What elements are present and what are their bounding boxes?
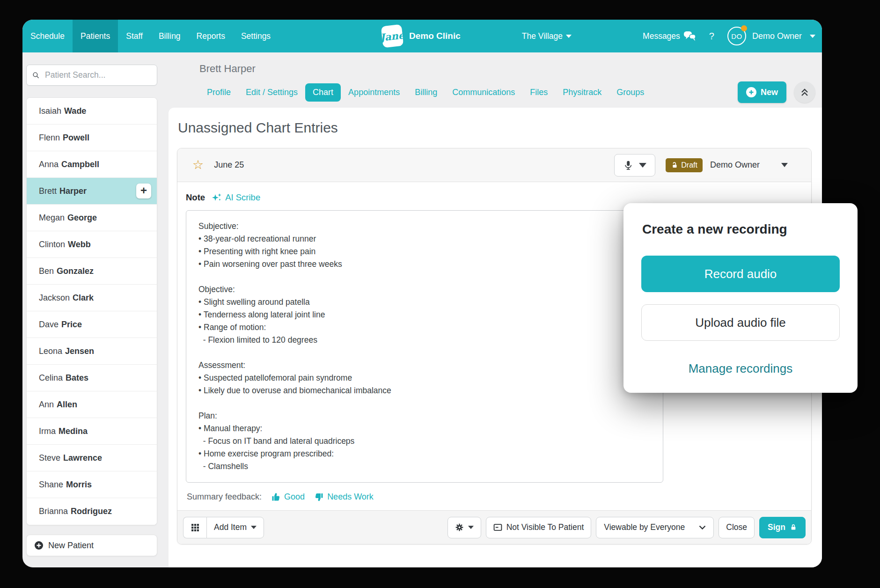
note-line: • Range of motion: [198, 321, 651, 334]
settings-gear-button[interactable] [447, 517, 481, 538]
sign-button[interactable]: Sign [759, 517, 806, 538]
patient-list-item[interactable]: Brett Harper + [27, 178, 157, 205]
patient-last-name: Campbell [61, 160, 99, 169]
patient-last-name: Webb [68, 240, 91, 250]
user-avatar[interactable]: DO [727, 27, 746, 45]
panel-title: Unassigned Chart Entries [178, 120, 812, 136]
jane-logo: Jane [381, 24, 404, 48]
feedback-good-button[interactable]: Good [271, 492, 305, 502]
note-line: Subjective: [198, 220, 651, 233]
patient-list: Isaiah Wade + Flenn Powell + [26, 97, 157, 525]
patient-list-item[interactable]: Ann Allen + [27, 391, 157, 418]
viewable-by-select[interactable]: Viewable by Everyone [596, 517, 714, 538]
patient-first-name: Brianna [39, 507, 68, 516]
gear-icon [455, 523, 464, 532]
entry-header-right: Draft Demo Owner [614, 154, 788, 176]
patient-first-name: Brett [39, 186, 57, 196]
patient-list-item[interactable]: Ben Gonzalez + [27, 258, 157, 285]
patient-tab[interactable]: Physitrack [555, 83, 609, 102]
ai-scribe-button[interactable]: AI Scribe [212, 192, 260, 203]
main-nav-tab[interactable]: Schedule [22, 20, 73, 52]
upload-audio-file-button[interactable]: Upload audio file [641, 304, 840, 341]
collapse-header-button[interactable] [794, 81, 815, 103]
record-audio-button[interactable]: Record audio [641, 256, 840, 292]
patient-last-name: Jensen [65, 346, 94, 356]
add-item-button[interactable]: Add Item [206, 517, 264, 538]
patient-tab[interactable]: Files [522, 83, 555, 102]
patient-list-item[interactable]: Flenn Powell + [27, 125, 157, 151]
chevron-down-icon [810, 35, 815, 38]
patient-list-item[interactable]: Steve Lawrence + [27, 445, 157, 471]
navbar-right: The Village Messages ? DO Demo O [522, 20, 822, 52]
top-navbar: Schedule Patients Staff Billing Reports … [22, 20, 822, 52]
record-dropdown-button[interactable] [614, 154, 655, 176]
patient-tab[interactable]: Groups [609, 83, 652, 102]
patient-tab[interactable]: Communications [445, 83, 522, 102]
patient-first-name: Flenn [39, 133, 60, 143]
main-nav-tab[interactable]: Staff [118, 20, 151, 52]
patient-first-name: Ben [39, 266, 54, 276]
patient-list-item[interactable]: Jackson Clark + [27, 285, 157, 311]
patient-list-item[interactable]: Anna Campbell + [27, 151, 157, 178]
main-nav-tab[interactable]: Patients [73, 20, 118, 52]
patient-tab[interactable]: Edit / Settings [238, 83, 305, 102]
close-button[interactable]: Close [719, 517, 755, 538]
hidden-entry-icon [493, 523, 502, 532]
star-icon[interactable]: ☆ [192, 159, 204, 171]
note-line: • Slight swelling around patella [198, 296, 651, 309]
patient-list-item[interactable]: Brianna Rodriguez + [27, 498, 157, 525]
feedback-needs-work-label: Needs Work [327, 492, 374, 502]
note-line [198, 397, 651, 410]
patient-tab[interactable]: Appointments [341, 83, 407, 102]
note-line: Assessment: [198, 359, 651, 372]
chevron-down-icon [251, 526, 257, 529]
thumbs-up-icon [271, 492, 281, 502]
patient-list-item[interactable]: Leona Jensen + [27, 338, 157, 365]
patient-tabs: Profile Edit / Settings Chart Appointmen… [199, 83, 652, 102]
patient-tab[interactable]: Billing [407, 83, 445, 102]
patient-list-item[interactable]: Clinton Webb + [27, 231, 157, 258]
microphone-icon [623, 160, 633, 171]
patient-list-item[interactable]: Shane Morris + [27, 471, 157, 498]
patient-last-name: Gonzalez [57, 266, 94, 276]
manage-recordings-link[interactable]: Manage recordings [641, 361, 840, 376]
new-chart-entry-button[interactable]: New [738, 81, 786, 103]
patient-tab[interactable]: Profile [199, 83, 238, 102]
note-text-area[interactable]: Subjective: • 38-year-old recreational r… [186, 210, 663, 483]
patient-first-name: Anna [39, 160, 59, 169]
messages-label: Messages [643, 31, 680, 41]
chevron-down-icon [699, 525, 706, 530]
patient-list-item[interactable]: Megan George + [27, 205, 157, 231]
user-menu[interactable]: Demo Owner [752, 31, 815, 41]
location-selector[interactable]: The Village [522, 31, 572, 41]
note-line: • Suspected patellofemoral pain syndrome [198, 372, 651, 384]
note-line [198, 346, 651, 359]
chevron-down-icon [781, 163, 788, 167]
plus-circle-icon [746, 87, 756, 97]
main-nav-tab[interactable]: Reports [189, 20, 233, 52]
patient-list-item[interactable]: Celina Bates + [27, 365, 157, 391]
note-line: - Flexion limited to 120 degrees [198, 334, 651, 346]
patient-first-name: Irma [39, 426, 56, 436]
new-patient-button[interactable]: New Patient [26, 535, 157, 556]
patient-tab[interactable]: Chart [305, 83, 341, 102]
messages-button[interactable]: Messages [643, 31, 696, 42]
patient-search-input[interactable] [44, 70, 151, 81]
patient-sidebar: Isaiah Wade + Flenn Powell + [22, 52, 169, 567]
patient-list-item[interactable]: Irma Medina + [27, 418, 157, 445]
lock-open-icon [671, 162, 678, 169]
chevron-down-icon [468, 526, 474, 529]
main-nav-tab[interactable]: Billing [151, 20, 189, 52]
template-grid-button[interactable] [183, 517, 206, 538]
patient-list-item[interactable]: Dave Price + [27, 311, 157, 338]
note-line: • Pain worsening over past three weeks [198, 258, 651, 271]
feedback-needs-work-button[interactable]: Needs Work [314, 492, 374, 502]
help-button[interactable]: ? [709, 31, 714, 42]
entry-owner-dropdown[interactable]: Demo Owner [710, 160, 788, 170]
patient-list-item[interactable]: Isaiah Wade + [27, 98, 157, 125]
not-visible-to-patient-button[interactable]: Not Visible To Patient [486, 517, 592, 538]
patient-first-name: Leona [39, 346, 62, 356]
main-nav-tab[interactable]: Settings [233, 20, 279, 52]
not-visible-label: Not Visible To Patient [506, 522, 584, 532]
add-chart-entry-button[interactable]: + [136, 184, 151, 198]
